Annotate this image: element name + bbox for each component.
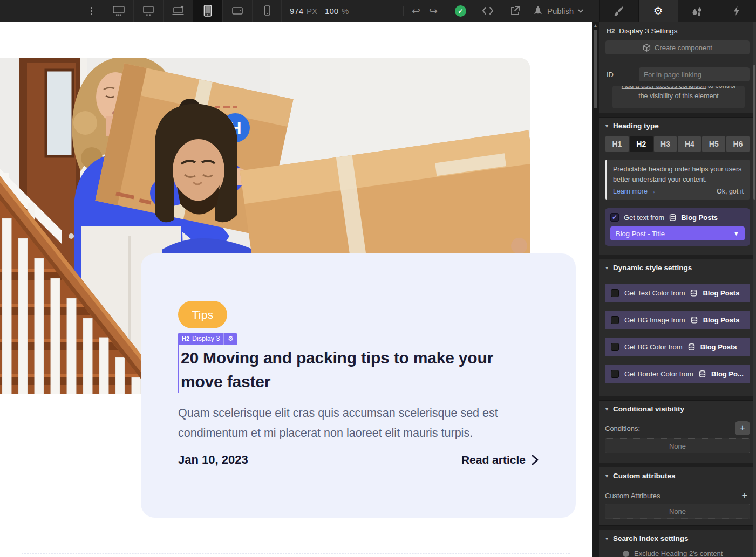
tab-style[interactable] [599, 0, 638, 22]
device-tablet-landscape-button[interactable] [222, 0, 252, 22]
heading-level-group: H1 H2 H3 H4 H5 H6 [605, 136, 750, 152]
caret-down-icon: ▾ [605, 473, 608, 479]
publish-label: Publish [547, 6, 574, 16]
section-conditional-visibility[interactable]: ▾ Conditional visibility [599, 401, 756, 417]
blog-card[interactable]: Tips H2 Display 3 ⚙ 20 Moving and packin… [141, 253, 576, 518]
section-search-index[interactable]: ▾ Search index settings [599, 530, 756, 546]
code-view-button[interactable] [478, 0, 498, 22]
blog-excerpt[interactable]: Quam scelerisque elit cras quis accumsan… [178, 403, 534, 443]
dropdown-caret-icon: ▼ [733, 230, 739, 237]
undo-button[interactable]: ↩ [412, 6, 420, 16]
exclude-content-toggle[interactable] [623, 551, 629, 557]
database-icon [691, 317, 698, 324]
heading-level-h6-button[interactable]: H6 [726, 136, 750, 152]
canvas-dimensions[interactable]: 974 PX 100 % [290, 0, 349, 22]
droplets-icon [691, 5, 703, 16]
bg-image-checkbox[interactable] [611, 316, 619, 324]
panel-tabs: ⚙ [599, 0, 756, 22]
user-access-condition-link[interactable]: Add a user access condition [622, 86, 706, 90]
phone-icon [261, 4, 274, 17]
desktop-hd-icon [112, 5, 125, 17]
brush-icon [613, 5, 624, 17]
create-component-button[interactable]: Create component [605, 40, 750, 54]
visibility-hint-rest: to control [706, 86, 735, 90]
publish-button[interactable]: Publish [533, 0, 583, 22]
panel-scrollbar[interactable] [753, 22, 756, 557]
dismiss-info-button[interactable]: Ok, got it [717, 188, 744, 195]
category-badge[interactable]: Tips [178, 301, 227, 328]
custom-attributes-title: Custom attributes [613, 472, 676, 480]
app-window: 974 PX 100 % ↩ ↪ ✓ [0, 0, 756, 557]
card-meta-row: Jan 10, 2023 Read article [178, 453, 539, 467]
get-text-binding-box: ✓ Get text from Blog Posts Blog Post - T… [605, 208, 750, 246]
sync-status-icon[interactable]: ✓ [455, 5, 466, 17]
device-laptop-button[interactable] [163, 0, 193, 22]
tab-interactions[interactable] [717, 0, 756, 22]
dynamic-style-row-border-color: Get Border Color from Blog Po... [605, 365, 750, 383]
heading-level-h5-button[interactable]: H5 [702, 136, 725, 152]
share-icon [509, 5, 520, 16]
add-condition-button[interactable]: + [735, 421, 750, 435]
design-canvas[interactable]: H [0, 22, 592, 557]
selection-outline[interactable]: 20 Moving and packing tips to make your … [178, 345, 539, 393]
heading-level-h2-button[interactable]: H2 [630, 136, 653, 152]
read-article-label: Read article [461, 453, 526, 466]
conditions-label: Conditions: [605, 424, 640, 432]
redo-button[interactable]: ↪ [429, 6, 438, 16]
kebab-menu-icon[interactable] [85, 0, 97, 22]
panel-scrollbar-thumb[interactable] [753, 65, 755, 200]
section-divider [599, 255, 756, 259]
custom-attributes-label: Custom Attributes [605, 492, 660, 500]
section-custom-attributes[interactable]: ▾ Custom attributes [599, 467, 756, 484]
row-label: Get Text Color from [624, 289, 685, 297]
heading-level-h1-button[interactable]: H1 [605, 136, 629, 152]
section-dynamic-style[interactable]: ▾ Dynamic style settings [599, 259, 756, 276]
tab-settings[interactable]: ⚙ [638, 0, 678, 22]
heading-level-h4-button[interactable]: H4 [678, 136, 701, 152]
selected-element-label[interactable]: H2 Display 3 ⚙ [178, 333, 237, 345]
caret-down-icon: ▾ [605, 406, 608, 412]
attributes-empty-state: None [605, 504, 750, 519]
canvas-scrollbar[interactable]: ▲ [592, 22, 599, 557]
toolbar-separator [528, 6, 528, 16]
read-article-link[interactable]: Read article [461, 453, 539, 466]
lightning-icon [732, 5, 741, 16]
element-settings-gear-icon[interactable]: ⚙ [224, 335, 237, 342]
conditional-visibility-title: Conditional visibility [613, 405, 684, 413]
panel-title: Display 3 Settings [619, 27, 677, 35]
search-index-title: Search index settings [613, 534, 689, 542]
device-desktop-hd-button[interactable] [104, 0, 133, 22]
field-dropdown[interactable]: Blog Post - Title ▼ [610, 226, 745, 240]
scroll-up-button[interactable]: ▲ [593, 23, 598, 28]
heading-info-box: Predictable heading order helps your use… [605, 160, 750, 200]
learn-more-link[interactable]: Learn more → [613, 188, 656, 195]
heading-level-h3-button[interactable]: H3 [654, 136, 677, 152]
row-label: Get Border Color from [624, 370, 693, 378]
dynamic-style-title: Dynamic style settings [613, 264, 692, 272]
share-button[interactable] [505, 0, 525, 22]
caret-down-icon: ▾ [605, 535, 608, 541]
zoom-value[interactable]: 100 [325, 6, 338, 16]
text-color-checkbox[interactable] [611, 289, 619, 297]
canvas-width-value[interactable]: 974 [290, 6, 303, 16]
element-name: Display 3 [192, 335, 223, 342]
id-input[interactable] [639, 67, 750, 81]
dynamic-style-row-bg-image: Get BG Image from Blog Posts [605, 311, 750, 329]
section-heading-type[interactable]: ▾ Heading type [599, 118, 756, 134]
scrollbar-thumb[interactable] [594, 30, 597, 108]
database-icon [688, 343, 695, 350]
tab-backgrounds[interactable] [678, 0, 717, 22]
blog-heading[interactable]: 20 Moving and packing tips to make your … [181, 346, 515, 394]
get-text-checkbox[interactable]: ✓ [610, 213, 619, 222]
device-desktop-button[interactable] [133, 0, 163, 22]
device-tablet-button[interactable] [193, 0, 222, 22]
next-section-guide [22, 553, 570, 554]
row-source: Blog Posts [703, 289, 739, 297]
device-phone-button[interactable] [252, 0, 282, 22]
element-tag: H2 [178, 335, 192, 342]
section-divider [599, 113, 756, 118]
section-divider [599, 396, 756, 401]
border-color-checkbox[interactable] [611, 370, 619, 378]
bg-color-checkbox[interactable] [611, 343, 619, 351]
add-attribute-button[interactable]: + [739, 490, 750, 501]
